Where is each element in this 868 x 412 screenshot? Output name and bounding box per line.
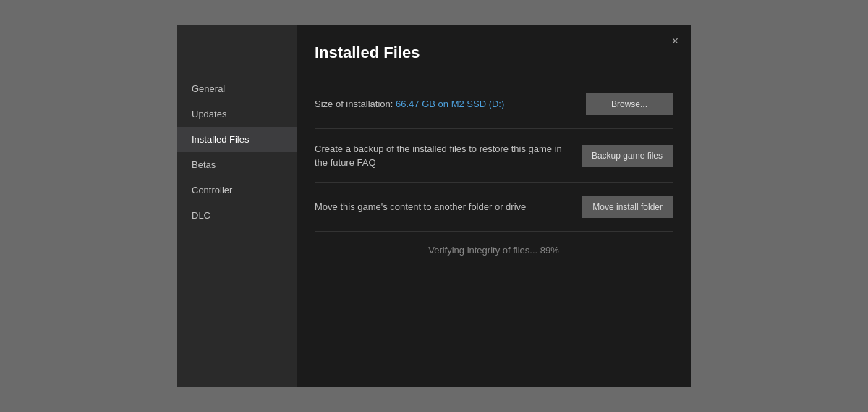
browse-button[interactable]: Browse... — [586, 93, 673, 115]
move-install-section: Move this game's content to another fold… — [315, 183, 673, 232]
page-title: Installed Files — [315, 43, 673, 62]
backup-section: Create a backup of the installed files t… — [315, 129, 673, 183]
close-button[interactable]: × — [667, 33, 684, 50]
backup-text: Create a backup of the installed files t… — [315, 142, 582, 169]
status-text: Verifying integrity of files... 89% — [315, 245, 673, 256]
move-install-folder-button[interactable]: Move install folder — [582, 196, 673, 218]
move-install-text: Move this game's content to another fold… — [315, 200, 582, 214]
sidebar-item-betas[interactable]: Betas — [177, 152, 297, 177]
sidebar-item-dlc[interactable]: DLC — [177, 203, 297, 228]
sidebar-item-updates[interactable]: Updates — [177, 101, 297, 127]
backup-game-files-button[interactable]: Backup game files — [582, 145, 673, 167]
sidebar-item-installed-files[interactable]: Installed Files — [177, 127, 297, 152]
installation-size-section: Size of installation: 66.47 GB on M2 SSD… — [315, 80, 673, 129]
sidebar-item-general[interactable]: General — [177, 76, 297, 101]
sidebar-item-controller[interactable]: Controller — [177, 177, 297, 203]
faq-link[interactable]: FAQ — [357, 157, 376, 168]
modal-dialog: General Updates Installed Files Betas Co… — [177, 25, 691, 387]
sidebar: General Updates Installed Files Betas Co… — [177, 25, 297, 387]
main-panel: × Installed Files Size of installation: … — [297, 25, 691, 387]
installation-size-text: Size of installation: 66.47 GB on M2 SSD… — [315, 97, 586, 111]
